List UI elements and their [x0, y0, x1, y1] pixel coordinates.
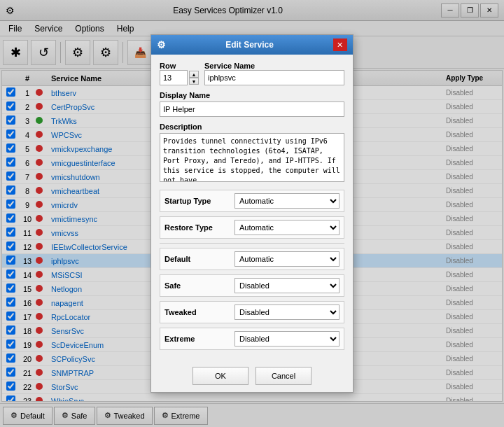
- restore-type-label: Restore Type: [164, 223, 234, 232]
- tweaked-label: Tweaked: [164, 308, 234, 316]
- service-name-input[interactable]: [204, 70, 344, 85]
- row-spinner: ▲ ▼: [189, 71, 199, 85]
- startup-type-select[interactable]: Automatic Automatic (Delayed) Manual Dis…: [234, 193, 340, 209]
- safe-row: Safe Automatic Automatic (Delayed) Manua…: [160, 274, 344, 297]
- service-name-label: Service Name: [204, 62, 344, 70]
- restore-type-row: Restore Type Automatic Automatic (Delaye…: [160, 216, 344, 239]
- extreme-label: Extreme: [164, 335, 234, 343]
- default-select[interactable]: Automatic Automatic (Delayed) Manual Dis…: [234, 251, 340, 267]
- safe-label: Safe: [164, 281, 234, 290]
- row-spin-down[interactable]: ▼: [189, 78, 199, 85]
- modal-footer: OK Cancel: [151, 361, 353, 392]
- modal-overlay: ⚙ Edit Service ✕ Row ▲ ▼: [0, 0, 504, 427]
- restore-type-select[interactable]: Automatic Automatic (Delayed) Manual Dis…: [234, 220, 340, 235]
- modal-title-bar: ⚙ Edit Service ✕: [151, 35, 353, 55]
- default-row: Default Automatic Automatic (Delayed) Ma…: [160, 248, 344, 270]
- extreme-row: Extreme Automatic Automatic (Delayed) Ma…: [160, 328, 344, 350]
- row-service-name-row: Row ▲ ▼ Service Name: [160, 62, 344, 85]
- modal-body: Row ▲ ▼ Service Name Display Name: [151, 55, 353, 361]
- startup-type-row: Startup Type Automatic Automatic (Delaye…: [160, 190, 344, 212]
- row-spin-up[interactable]: ▲: [189, 71, 199, 78]
- display-name-label: Display Name: [160, 91, 344, 99]
- extreme-select[interactable]: Automatic Automatic (Delayed) Manual Dis…: [234, 331, 340, 346]
- startup-type-label: Startup Type: [164, 197, 234, 205]
- cancel-button[interactable]: Cancel: [255, 367, 312, 385]
- modal-title: Edit Service: [225, 40, 274, 50]
- tweaked-select[interactable]: Automatic Automatic (Delayed) Manual Dis…: [234, 304, 340, 320]
- row-input-group: ▲ ▼: [160, 70, 199, 85]
- default-label: Default: [164, 255, 234, 263]
- service-name-section: Service Name: [204, 62, 344, 85]
- separator: [160, 243, 344, 244]
- display-name-input[interactable]: [160, 102, 344, 117]
- tweaked-row: Tweaked Automatic Automatic (Delayed) Ma…: [160, 301, 344, 323]
- row-label: Row: [160, 62, 199, 70]
- row-section: Row ▲ ▼: [160, 62, 199, 85]
- description-label: Description: [160, 122, 344, 131]
- modal-close-button[interactable]: ✕: [333, 38, 347, 51]
- edit-service-modal: ⚙ Edit Service ✕ Row ▲ ▼: [150, 34, 354, 393]
- description-textarea[interactable]: Provides tunnel connectivity using IPv6 …: [160, 133, 344, 182]
- row-number-input[interactable]: [160, 70, 188, 85]
- ok-button[interactable]: OK: [192, 367, 248, 385]
- modal-icon: ⚙: [157, 39, 166, 50]
- safe-select[interactable]: Automatic Automatic (Delayed) Manual Dis…: [234, 278, 340, 293]
